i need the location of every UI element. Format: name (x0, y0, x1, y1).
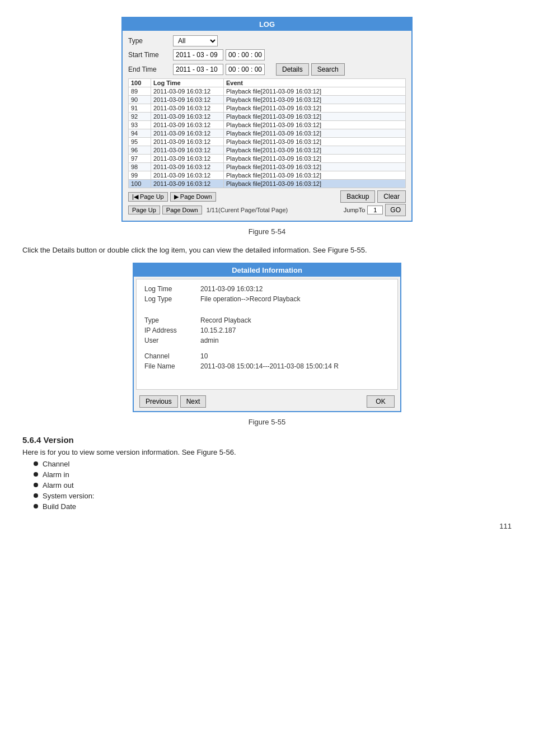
row-time: 2011-03-09 16:03:12 (151, 96, 224, 104)
start-time-row: Start Time (128, 49, 406, 60)
row-event: Playback file[2011-03-09 16:03:12] (224, 87, 406, 96)
user-value: admin (200, 337, 219, 344)
detail-dialog: Detailed Information Log Time 2011-03-09… (133, 263, 401, 412)
row-event: Playback file[2011-03-09 16:03:12] (224, 155, 406, 163)
figure1-caption: Figure 5-54 (11, 227, 523, 236)
row-event: Playback file[2011-03-09 16:03:12] (224, 146, 406, 155)
list-item: Alarm in (34, 470, 512, 479)
channel-value: 10 (200, 352, 208, 360)
list-item: Build Date (34, 502, 512, 511)
page-down-button[interactable]: ▶ Page Down (170, 192, 216, 202)
end-time-label: End Time (128, 66, 173, 73)
row-num: 90 (129, 96, 151, 104)
table-row[interactable]: 96 2011-03-09 16:03:12 Playback file[201… (129, 146, 406, 155)
row-event: Playback file[2011-03-09 16:03:12] (224, 113, 406, 121)
filename-value: 2011-03-08 15:00:14---2011-03-08 15:00:1… (200, 362, 339, 370)
log-table-wrapper: 100 Log Time Event 89 2011-03-09 16:03:1… (128, 78, 406, 188)
row-time: 2011-03-09 16:03:12 (151, 155, 224, 163)
row-num: 95 (129, 138, 151, 146)
go-button[interactable]: GO (385, 204, 406, 216)
type-select[interactable]: All (173, 35, 218, 46)
log-type-value: File operation-->Record Playback (200, 295, 300, 303)
bullet-text: Alarm in (43, 470, 69, 479)
row-time: 2011-03-09 16:03:12 (151, 180, 224, 188)
table-row[interactable]: 99 2011-03-09 16:03:12 Playback file[201… (129, 171, 406, 180)
ok-button[interactable]: OK (367, 395, 395, 408)
clear-button[interactable]: Clear (377, 190, 406, 203)
row-event: Playback file[2011-03-09 16:03:12] (224, 163, 406, 171)
jumpto-input[interactable] (367, 206, 383, 214)
detail-body: Log Time 2011-03-09 16:03:12 Log Type Fi… (136, 279, 398, 390)
list-item: Channel (34, 460, 512, 468)
log-table: 100 Log Time Event 89 2011-03-09 16:03:1… (128, 78, 406, 188)
table-row[interactable]: 93 2011-03-09 16:03:12 Playback file[201… (129, 121, 406, 129)
filename-row: File Name 2011-03-08 15:00:14---2011-03-… (144, 362, 390, 370)
row-time: 2011-03-09 16:03:12 (151, 163, 224, 171)
row-num: 100 (129, 180, 151, 188)
first-page-button[interactable]: |◀ Page Up (128, 192, 168, 202)
pagination-bar-2: Page Up Page Down 1/11(Curent Page/Total… (128, 204, 406, 216)
start-date-input[interactable] (173, 49, 223, 60)
bullet-dot (34, 472, 38, 477)
page-nav-left: Page Up Page Down 1/11(Curent Page/Total… (128, 206, 288, 214)
next-button[interactable]: Next (180, 395, 207, 408)
detail-dialog-title: Detailed Information (134, 264, 400, 277)
table-row[interactable]: 95 2011-03-09 16:03:12 Playback file[201… (129, 138, 406, 146)
type-value-detail: Record Playback (200, 316, 251, 324)
start-time-input[interactable] (226, 49, 265, 60)
details-button[interactable]: Details (276, 63, 309, 76)
row-time: 2011-03-09 16:03:12 (151, 138, 224, 146)
end-date-input[interactable] (173, 64, 223, 75)
row-num: 94 (129, 129, 151, 138)
page-number: 111 (11, 522, 523, 530)
row-time: 2011-03-09 16:03:12 (151, 87, 224, 96)
row-time: 2011-03-09 16:03:12 (151, 129, 224, 138)
filename-label: File Name (144, 362, 200, 370)
table-row[interactable]: 98 2011-03-09 16:03:12 Playback file[201… (129, 163, 406, 171)
user-label: User (144, 337, 200, 344)
row-time: 2011-03-09 16:03:12 (151, 104, 224, 113)
table-row[interactable]: 92 2011-03-09 16:03:12 Playback file[201… (129, 113, 406, 121)
section-intro: Here is for you to view some version inf… (22, 448, 512, 456)
page-up-button[interactable]: Page Up (128, 206, 160, 214)
col-event: Event (224, 79, 406, 87)
row-event: Playback file[2011-03-09 16:03:12] (224, 180, 406, 188)
bullet-text: Build Date (43, 502, 76, 511)
row-event: Playback file[2011-03-09 16:03:12] (224, 129, 406, 138)
table-row[interactable]: 89 2011-03-09 16:03:12 Playback file[201… (129, 87, 406, 96)
table-row[interactable]: 90 2011-03-09 16:03:12 Playback file[201… (129, 96, 406, 104)
row-time: 2011-03-09 16:03:12 (151, 146, 224, 155)
row-event: Playback file[2011-03-09 16:03:12] (224, 96, 406, 104)
log-dialog-title: LOG (123, 18, 411, 31)
table-row[interactable]: 100 2011-03-09 16:03:12 Playback file[20… (129, 180, 406, 188)
figure2-caption: Figure 5-55 (11, 418, 523, 426)
search-button[interactable]: Search (311, 63, 345, 76)
table-row[interactable]: 94 2011-03-09 16:03:12 Playback file[201… (129, 129, 406, 138)
type-row: Type All (128, 35, 406, 46)
row-num: 96 (129, 146, 151, 155)
bullet-text: System version: (43, 492, 94, 500)
row-num: 97 (129, 155, 151, 163)
section-title: 5.6.4 Version (22, 435, 512, 445)
page-down-button-2[interactable]: Page Down (162, 206, 202, 214)
right-nav: Backup Clear (340, 190, 406, 203)
page-info: 1/11(Curent Page/Total Page) (207, 207, 288, 213)
body-text-1: Click the Details button or double click… (22, 245, 512, 256)
bullet-text: Alarm out (43, 481, 74, 489)
user-row: User admin (144, 337, 390, 344)
table-row[interactable]: 91 2011-03-09 16:03:12 Playback file[201… (129, 104, 406, 113)
row-time: 2011-03-09 16:03:12 (151, 113, 224, 121)
row-num: 98 (129, 163, 151, 171)
list-item: Alarm out (34, 481, 512, 489)
previous-button[interactable]: Previous (139, 395, 178, 408)
backup-button[interactable]: Backup (340, 190, 375, 203)
detail-footer: Previous Next OK (134, 392, 400, 411)
bullet-text: Channel (43, 460, 69, 468)
end-time-input[interactable] (226, 64, 265, 75)
table-row[interactable]: 97 2011-03-09 16:03:12 Playback file[201… (129, 155, 406, 163)
detail-left-buttons: Previous Next (139, 395, 206, 408)
log-time-row: Log Time 2011-03-09 16:03:12 (144, 285, 390, 293)
row-num: 92 (129, 113, 151, 121)
bullet-list: ChannelAlarm inAlarm outSystem version:B… (34, 460, 512, 511)
end-time-row: End Time Details Search (128, 63, 406, 76)
